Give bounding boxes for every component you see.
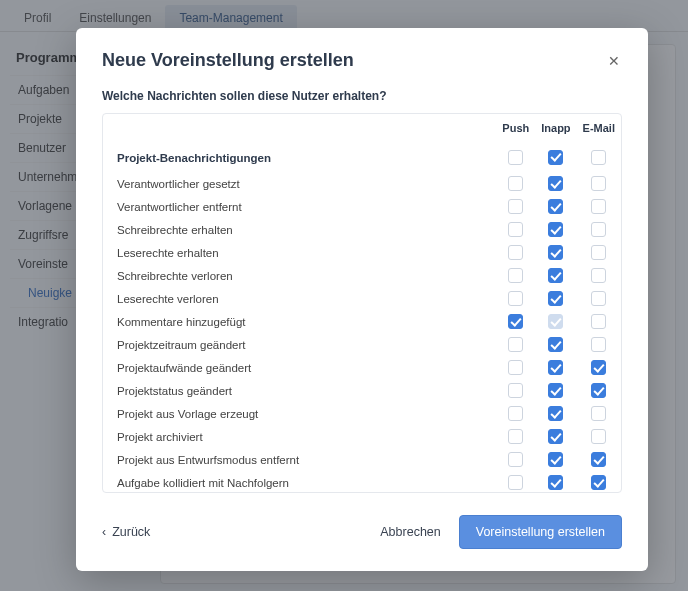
checkbox[interactable] <box>591 452 606 467</box>
checkbox[interactable] <box>508 429 523 444</box>
col-inapp: Inapp <box>535 114 576 142</box>
close-icon[interactable]: ✕ <box>606 53 622 69</box>
checkbox[interactable] <box>508 150 523 165</box>
checkbox[interactable] <box>508 176 523 191</box>
checkbox[interactable] <box>548 475 563 490</box>
notification-row-label: Projektaufwände geändert <box>103 356 496 379</box>
checkbox[interactable] <box>508 222 523 237</box>
checkbox[interactable] <box>591 222 606 237</box>
notification-row-label: Leserechte erhalten <box>103 241 496 264</box>
checkbox[interactable] <box>548 291 563 306</box>
checkbox[interactable] <box>591 406 606 421</box>
create-preset-modal: Neue Voreinstellung erstellen ✕ Welche N… <box>76 28 648 571</box>
notification-row-label: Projekt archiviert <box>103 425 496 448</box>
checkbox[interactable] <box>508 452 523 467</box>
modal-title: Neue Voreinstellung erstellen <box>102 50 354 71</box>
checkbox[interactable] <box>548 383 563 398</box>
col-push: Push <box>496 114 535 142</box>
checkbox[interactable] <box>508 314 523 329</box>
checkbox[interactable] <box>508 245 523 260</box>
group-header: Projekt-Benachrichtigungen <box>103 142 496 172</box>
checkbox[interactable] <box>548 150 563 165</box>
checkbox[interactable] <box>508 199 523 214</box>
notification-row-label: Projektstatus geändert <box>103 379 496 402</box>
checkbox[interactable] <box>548 245 563 260</box>
submit-button[interactable]: Voreinstellung erstellen <box>459 515 622 549</box>
notification-row-label: Projekt aus Entwurfsmodus entfernt <box>103 448 496 471</box>
checkbox[interactable] <box>591 383 606 398</box>
notification-row-label: Schreibrechte verloren <box>103 264 496 287</box>
back-button[interactable]: ‹ Zurück <box>102 525 150 539</box>
back-label: Zurück <box>112 525 150 539</box>
modal-subtitle: Welche Nachrichten sollen diese Nutzer e… <box>102 89 622 103</box>
checkbox[interactable] <box>591 360 606 375</box>
cancel-button[interactable]: Abbrechen <box>380 525 440 539</box>
notification-row-label: Schreibrechte erhalten <box>103 218 496 241</box>
checkbox[interactable] <box>591 291 606 306</box>
notification-row-label: Leserechte verloren <box>103 287 496 310</box>
notification-row-label: Aufgabe kollidiert mit Nachfolgern <box>103 471 496 493</box>
notification-row-label: Projekt aus Vorlage erzeugt <box>103 402 496 425</box>
checkbox[interactable] <box>591 176 606 191</box>
checkbox[interactable] <box>508 337 523 352</box>
checkbox[interactable] <box>548 429 563 444</box>
checkbox[interactable] <box>591 199 606 214</box>
checkbox[interactable] <box>548 222 563 237</box>
checkbox[interactable] <box>548 176 563 191</box>
checkbox[interactable] <box>548 360 563 375</box>
checkbox[interactable] <box>591 314 606 329</box>
checkbox[interactable] <box>591 475 606 490</box>
checkbox <box>548 314 563 329</box>
checkbox[interactable] <box>591 268 606 283</box>
chevron-left-icon: ‹ <box>102 525 106 539</box>
checkbox[interactable] <box>508 268 523 283</box>
checkbox[interactable] <box>508 291 523 306</box>
checkbox[interactable] <box>548 268 563 283</box>
checkbox[interactable] <box>591 150 606 165</box>
checkbox[interactable] <box>508 475 523 490</box>
col-email: E-Mail <box>577 114 621 142</box>
checkbox[interactable] <box>508 383 523 398</box>
checkbox[interactable] <box>508 360 523 375</box>
notification-row-label: Verantwortlicher gesetzt <box>103 172 496 195</box>
notifications-table: Push Inapp E-Mail Projekt-Benachrichtigu… <box>102 113 622 493</box>
checkbox[interactable] <box>508 406 523 421</box>
checkbox[interactable] <box>591 337 606 352</box>
notification-row-label: Projektzeitraum geändert <box>103 333 496 356</box>
checkbox[interactable] <box>591 429 606 444</box>
checkbox[interactable] <box>548 337 563 352</box>
checkbox[interactable] <box>548 452 563 467</box>
notification-row-label: Verantwortlicher entfernt <box>103 195 496 218</box>
checkbox[interactable] <box>548 406 563 421</box>
checkbox[interactable] <box>548 199 563 214</box>
checkbox[interactable] <box>591 245 606 260</box>
notification-row-label: Kommentare hinzugefügt <box>103 310 496 333</box>
